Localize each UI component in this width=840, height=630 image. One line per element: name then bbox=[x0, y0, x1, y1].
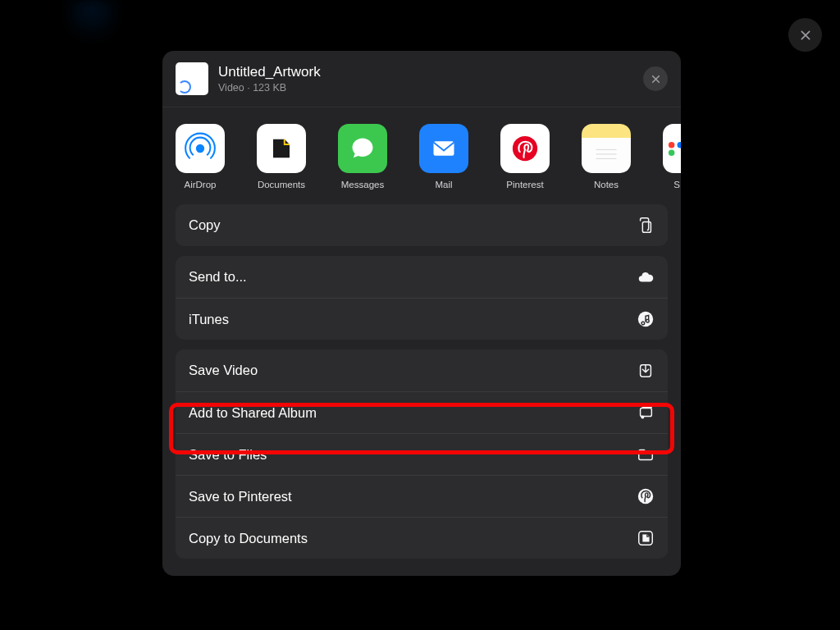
action-save-to-files[interactable]: Save to Files bbox=[176, 433, 668, 475]
action-label: Copy bbox=[189, 217, 221, 233]
more-apps-icon bbox=[663, 124, 681, 173]
share-app-label: S bbox=[673, 180, 680, 189]
documents-icon bbox=[257, 124, 306, 173]
share-app-label: Pinterest bbox=[506, 180, 543, 189]
action-itunes[interactable]: iTunes bbox=[176, 298, 668, 340]
action-group-save: Save Video Add to Shared Album Save to F… bbox=[176, 349, 668, 559]
action-label: Copy to Documents bbox=[189, 531, 308, 546]
action-label: iTunes bbox=[189, 312, 229, 327]
svg-point-7 bbox=[669, 150, 674, 156]
file-title: Untitled_Artwork bbox=[218, 64, 321, 80]
action-add-shared-album[interactable]: Add to Shared Album bbox=[176, 391, 668, 433]
share-apps-row[interactable]: AirDrop Documents Messages bbox=[162, 107, 681, 204]
svg-point-0 bbox=[197, 145, 203, 152]
share-app-label: AirDrop bbox=[185, 180, 217, 189]
share-app-more[interactable]: S bbox=[663, 124, 681, 189]
share-app-notes[interactable]: Notes bbox=[582, 124, 631, 189]
action-copy[interactable]: Copy bbox=[176, 204, 668, 246]
notes-icon bbox=[582, 124, 631, 173]
svg-point-13 bbox=[641, 415, 644, 418]
share-app-airdrop[interactable]: AirDrop bbox=[176, 124, 225, 189]
documents-app-icon bbox=[637, 529, 655, 547]
svg-rect-1 bbox=[434, 141, 454, 156]
svg-point-6 bbox=[669, 142, 674, 148]
action-group-sendto: Send to... iTunes bbox=[176, 256, 668, 340]
file-thumbnail bbox=[176, 62, 208, 95]
cloud-icon bbox=[637, 268, 655, 286]
share-sheet-header: Untitled_Artwork Video · 123 KB bbox=[162, 51, 681, 107]
share-app-label: Documents bbox=[258, 180, 305, 189]
svg-rect-9 bbox=[642, 221, 651, 232]
file-info: Untitled_Artwork Video · 123 KB bbox=[218, 64, 321, 94]
close-icon bbox=[799, 29, 812, 42]
action-label: Save to Pinterest bbox=[189, 489, 292, 504]
share-app-label: Mail bbox=[435, 180, 452, 189]
music-note-circle-icon bbox=[637, 310, 655, 328]
mail-icon bbox=[419, 124, 468, 173]
action-send-to[interactable]: Send to... bbox=[176, 256, 668, 298]
share-app-documents[interactable]: Documents bbox=[257, 124, 306, 189]
background-decoration bbox=[67, 0, 116, 49]
shared-album-icon bbox=[637, 404, 655, 422]
share-app-pinterest[interactable]: Pinterest bbox=[500, 124, 550, 189]
action-label: Send to... bbox=[189, 269, 247, 285]
file-subtitle: Video · 123 KB bbox=[218, 82, 321, 94]
svg-rect-12 bbox=[641, 409, 652, 417]
share-app-messages[interactable]: Messages bbox=[338, 124, 387, 189]
pinterest-icon bbox=[500, 124, 550, 173]
folder-icon bbox=[637, 445, 655, 463]
action-save-video[interactable]: Save Video bbox=[176, 349, 668, 391]
action-label: Save to Files bbox=[189, 447, 267, 463]
copy-icon bbox=[637, 217, 655, 235]
share-app-mail[interactable]: Mail bbox=[419, 124, 468, 189]
messages-icon bbox=[338, 124, 387, 173]
svg-point-8 bbox=[678, 142, 681, 148]
share-sheet-close-button[interactable] bbox=[643, 66, 668, 91]
action-group-copy: Copy bbox=[176, 204, 668, 246]
share-sheet: Untitled_Artwork Video · 123 KB AirDrop bbox=[162, 51, 681, 576]
share-app-label: Messages bbox=[341, 180, 384, 189]
action-label: Add to Shared Album bbox=[189, 405, 317, 421]
action-copy-to-documents[interactable]: Copy to Documents bbox=[176, 517, 668, 559]
page-close-button[interactable] bbox=[788, 18, 822, 52]
pinterest-circle-icon bbox=[637, 487, 655, 505]
action-save-to-pinterest[interactable]: Save to Pinterest bbox=[176, 475, 668, 517]
share-app-label: Notes bbox=[594, 180, 619, 189]
action-label: Save Video bbox=[189, 363, 258, 378]
airdrop-icon bbox=[176, 124, 225, 173]
save-download-icon bbox=[637, 362, 655, 380]
close-icon bbox=[651, 74, 661, 84]
